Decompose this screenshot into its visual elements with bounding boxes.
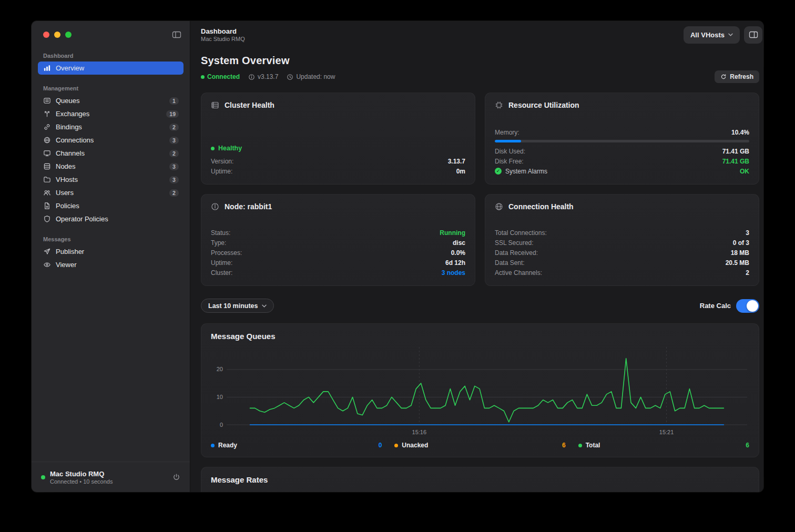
- legend-value: 6: [562, 442, 566, 449]
- vhost-selector-button[interactable]: All VHosts: [684, 26, 740, 44]
- document-icon: [43, 202, 51, 210]
- count-badge: 2: [169, 189, 179, 197]
- sidebar-item-label: Viewer: [56, 261, 77, 269]
- stat-label: Data Sent:: [495, 259, 525, 267]
- sidebar-item-vhosts[interactable]: VHosts 3: [38, 173, 184, 186]
- panel-layout-button[interactable]: [744, 26, 762, 44]
- sidebar-item-policies[interactable]: Policies: [38, 199, 184, 212]
- resource-utilization-card: Resource Utilization Memory: 10.4% Disk …: [485, 93, 759, 185]
- sidebar-item-viewer[interactable]: Viewer: [38, 258, 184, 271]
- healthy-label: Healthy: [218, 145, 242, 152]
- green-status-dot: [201, 75, 205, 79]
- count-badge: 2: [169, 124, 179, 131]
- sidebar-item-nodes[interactable]: Nodes 3: [38, 160, 184, 173]
- chevron-down-icon: [728, 33, 733, 36]
- svg-text:20: 20: [217, 366, 223, 372]
- card-title: Node: rabbit1: [225, 202, 272, 211]
- cluster-health-card: Cluster Health Healthy Version: 3.13.7 U…: [201, 93, 475, 185]
- sidebar-toggle-icon[interactable]: [172, 30, 181, 39]
- message-queues-card: Message Queues 0102015:1615:21 Ready 0 U…: [201, 323, 759, 457]
- sidebar-item-channels[interactable]: Channels 2: [38, 147, 184, 160]
- sidebar-item-label: Operator Policies: [56, 215, 108, 223]
- disk-free-row: Disk Free: 71.41 GB: [495, 156, 749, 166]
- connection-status-dot: [41, 475, 45, 479]
- clock-icon: [287, 74, 293, 80]
- main-area: Dashboard Mac Studio RMQ All VHosts Syst…: [190, 21, 763, 492]
- stat-row: Uptime: 0m: [211, 166, 465, 176]
- stat-value: OK: [740, 168, 749, 175]
- sidebar-item-bindings[interactable]: Bindings 2: [38, 120, 184, 134]
- sidebar-item-publisher[interactable]: Publisher: [38, 245, 184, 258]
- sidebar-item-exchanges[interactable]: Exchanges 19: [38, 107, 184, 120]
- legend-value: 0: [379, 442, 382, 449]
- network-globe-icon: [495, 202, 503, 211]
- stat-label: Disk Free:: [495, 158, 524, 165]
- card-title: Cluster Health: [225, 101, 274, 109]
- svg-text:0: 0: [220, 422, 223, 428]
- cluster-health-status: Healthy: [211, 145, 465, 152]
- memory-progress-fill: [495, 140, 521, 142]
- sidebar-footer: Mac Studio RMQ Connected • 10 seconds: [32, 462, 190, 492]
- stat-value: 0m: [456, 168, 465, 175]
- memory-row: Memory: 10.4%: [495, 127, 749, 137]
- section-title-dashboard: Dashboard: [38, 48, 184, 62]
- legend-label: Unacked: [402, 442, 428, 449]
- sidebar-item-label: Users: [56, 189, 74, 197]
- ready-dot-icon: [211, 444, 215, 447]
- time-range-selector[interactable]: Last 10 minutes: [201, 299, 274, 313]
- stat-row: Total Connections: 3: [495, 228, 749, 238]
- sidebar-item-queues[interactable]: Queues 1: [38, 94, 184, 107]
- sidebar-item-overview[interactable]: Overview: [38, 62, 184, 75]
- stat-value: 0.0%: [451, 249, 465, 257]
- sidebar-item-label: Publisher: [56, 248, 84, 255]
- chart-area: 0102015:1615:21: [211, 345, 749, 439]
- window-subtitle: Mac Studio RMQ: [201, 36, 245, 42]
- stat-value: Running: [440, 229, 465, 237]
- main-header: Dashboard Mac Studio RMQ All VHosts: [190, 21, 763, 48]
- zoom-button[interactable]: [65, 32, 72, 38]
- refresh-icon: [720, 74, 727, 80]
- stat-value: 3.13.7: [448, 158, 465, 165]
- healthy-dot: [211, 147, 215, 150]
- sidebar-nav: Dashboard Overview Management Queues 1 E…: [32, 48, 190, 462]
- rate-calc-toggle[interactable]: [736, 299, 759, 313]
- chart-title: Message Queues: [211, 332, 749, 341]
- count-badge: 19: [166, 110, 179, 118]
- card-title: Connection Health: [508, 202, 574, 211]
- node-card: Node: rabbit1 Status: Running Type: disc…: [201, 194, 475, 286]
- users-icon: [43, 189, 51, 197]
- server-status: Connected • 10 seconds: [50, 478, 113, 485]
- disk-used-row: Disk Used: 71.41 GB: [495, 146, 749, 156]
- power-button[interactable]: [172, 473, 180, 481]
- updated-label: Updated: now: [296, 73, 335, 80]
- stat-value: 3: [746, 229, 749, 237]
- sidebar-item-operator-policies[interactable]: Operator Policies: [38, 212, 184, 226]
- close-button[interactable]: [43, 32, 49, 38]
- eye-icon: [43, 261, 51, 269]
- sidebar-item-label: Connections: [56, 136, 94, 144]
- window-title: Dashboard: [201, 27, 245, 35]
- connection-health-card: Connection Health Total Connections: 3 S…: [485, 194, 759, 286]
- legend-value: 6: [746, 442, 749, 449]
- connection-status: Connected: [201, 73, 240, 80]
- stat-value: 0 of 3: [733, 239, 749, 247]
- folder-icon: [43, 176, 51, 183]
- split-pane-icon: [749, 30, 758, 39]
- chart-title: Message Rates: [211, 475, 749, 484]
- sidebar-item-connections[interactable]: Connections 3: [38, 134, 184, 147]
- count-badge: 2: [169, 150, 179, 157]
- stat-value: 2: [746, 269, 749, 277]
- message-queues-chart: 0102015:1615:21: [211, 345, 749, 437]
- legend-label: Ready: [218, 442, 237, 449]
- stat-row: Cluster: 3 nodes: [211, 268, 465, 278]
- sidebar-item-label: Channels: [56, 149, 85, 157]
- shield-icon: [43, 215, 51, 223]
- stat-value: 10.4%: [731, 129, 749, 136]
- refresh-button[interactable]: Refresh: [715, 70, 759, 83]
- cluster-nodes-link[interactable]: 3 nodes: [442, 269, 465, 277]
- sidebar-item-users[interactable]: Users 2: [38, 186, 184, 199]
- summary-cards: Cluster Health Healthy Version: 3.13.7 U…: [201, 93, 759, 286]
- minimize-button[interactable]: [54, 32, 60, 38]
- stat-row: Data Received: 18 MB: [495, 248, 749, 258]
- stat-row: SSL Secured: 0 of 3: [495, 238, 749, 248]
